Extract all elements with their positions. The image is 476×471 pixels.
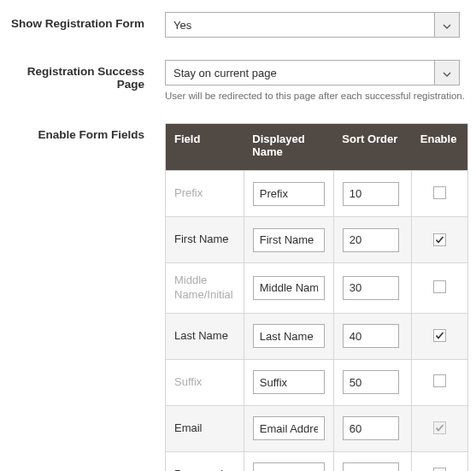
table-row: First Name [166,217,468,263]
enable-checkbox[interactable] [433,280,446,293]
column-header-sort-order: Sort Order [333,124,412,171]
form-fields-table: Field Displayed Name Sort Order Enable P… [165,123,468,471]
registration-success-page-note: User will be redirected to this page aft… [165,91,469,101]
show-registration-form-label: Show Registration Form [7,12,165,38]
enable-checkbox[interactable] [433,374,446,387]
field-name: Middle Name/Initial [174,274,235,303]
enable-checkbox[interactable] [433,186,446,199]
registration-success-page-dropdown-button[interactable] [434,60,460,85]
displayed-name-input[interactable] [253,324,325,348]
field-name: Password [174,468,235,471]
chevron-down-icon [443,67,451,79]
table-row: Password [166,451,468,471]
sort-order-input[interactable] [343,370,399,394]
displayed-name-input[interactable] [253,276,325,300]
displayed-name-input[interactable] [253,370,325,394]
enable-checkbox[interactable] [433,233,446,246]
chevron-down-icon [443,19,451,32]
column-header-displayed-name: Displayed Name [244,124,333,171]
enable-checkbox [433,421,446,434]
field-name: Prefix [174,186,235,201]
displayed-name-input[interactable] [253,228,325,252]
enable-form-fields-label: Enable Form Fields [7,123,165,471]
registration-success-page-label: Registration Success Page [7,60,165,101]
sort-order-input[interactable] [343,324,399,348]
field-name: Email [174,421,235,436]
enable-checkbox[interactable] [433,468,446,471]
displayed-name-input[interactable] [253,182,325,206]
sort-order-input[interactable] [343,462,399,471]
show-registration-form-value: Yes [173,19,191,32]
sort-order-input[interactable] [343,228,399,252]
sort-order-input[interactable] [343,276,399,300]
table-row: Last Name [166,313,468,359]
table-row: Suffix [166,359,468,405]
displayed-name-input[interactable] [253,416,325,440]
table-row: Middle Name/Initial [166,263,468,314]
column-header-field: Field [166,124,244,171]
sort-order-input[interactable] [343,416,399,440]
sort-order-input[interactable] [343,182,399,206]
table-row: Prefix [166,171,468,217]
registration-success-page-value: Stay on current page [173,67,277,79]
table-row: Email [166,405,468,451]
show-registration-form-select[interactable]: Yes [165,12,460,38]
field-name: Last Name [174,329,235,344]
enable-checkbox[interactable] [433,329,446,342]
column-header-enable: Enable [412,124,468,171]
show-registration-form-dropdown-button[interactable] [434,12,460,38]
field-name: First Name [174,233,235,247]
field-name: Suffix [174,375,235,390]
displayed-name-input[interactable] [253,462,325,471]
registration-success-page-select[interactable]: Stay on current page [165,60,460,85]
